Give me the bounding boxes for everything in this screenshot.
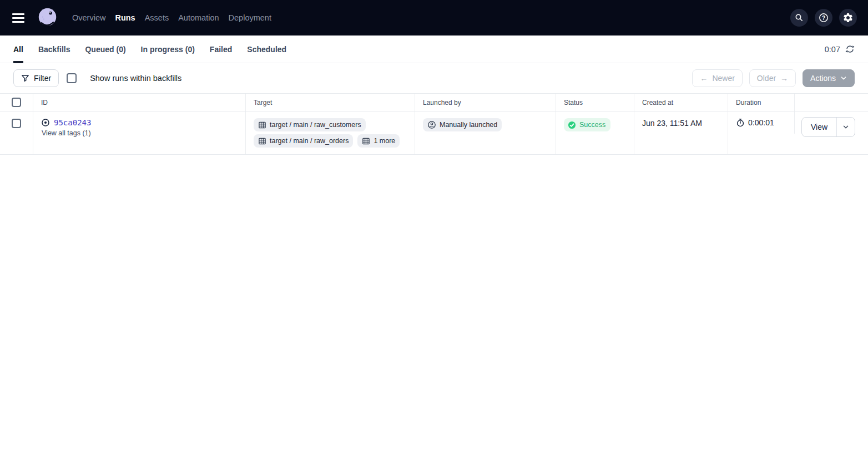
- dagster-logo[interactable]: [36, 6, 60, 30]
- run-id-link[interactable]: 95ca0243: [54, 118, 91, 127]
- header-actions: [795, 94, 868, 111]
- target-cell: target / main / raw_customers target / m…: [246, 111, 415, 154]
- actions-button-label: Actions: [810, 74, 836, 83]
- user-icon: [427, 120, 436, 129]
- row-select-cell: [0, 111, 33, 154]
- help-button[interactable]: ?: [815, 9, 832, 27]
- svg-text:?: ?: [822, 15, 825, 21]
- run-filter-tabs: All Backfills Queued (0) In progress (0)…: [13, 35, 286, 63]
- launched-by-tag[interactable]: Manually launched: [423, 118, 502, 131]
- dagster-octopus-icon: [36, 6, 59, 29]
- table-grid-icon: [362, 137, 370, 145]
- row-checkbox[interactable]: [12, 119, 21, 128]
- older-button[interactable]: Older →: [749, 69, 796, 87]
- more-targets-label: 1 more: [374, 136, 395, 146]
- nav-links: Overview Runs Assets Automation Deployme…: [72, 13, 271, 22]
- tab-all[interactable]: All: [13, 35, 23, 63]
- header-id: ID: [33, 94, 246, 111]
- select-all-checkbox[interactable]: [12, 98, 21, 107]
- view-dropdown-button[interactable]: [836, 118, 855, 136]
- run-status-dot-icon: [41, 118, 50, 127]
- actions-button[interactable]: Actions: [803, 69, 855, 87]
- stopwatch-icon: [736, 118, 745, 127]
- header-duration: Duration: [728, 94, 795, 111]
- target-tag-label: target / main / raw_customers: [270, 120, 361, 130]
- status-label: Success: [579, 120, 605, 130]
- refresh-icon[interactable]: [845, 44, 855, 54]
- runs-tabs-bar: All Backfills Queued (0) In progress (0)…: [0, 35, 868, 63]
- view-split-button: View: [801, 117, 855, 137]
- runs-table: ID Target Launched by Status Created at …: [0, 93, 868, 155]
- runs-toolbar: Filter Show runs within backfills ← Newe…: [0, 63, 868, 93]
- more-targets-tag[interactable]: 1 more: [357, 134, 400, 148]
- show-backfills-label[interactable]: Show runs within backfills: [90, 74, 181, 83]
- toolbar-right: ← Newer Older → Actions: [692, 69, 855, 87]
- hamburger-menu-icon[interactable]: [11, 8, 30, 27]
- help-icon: ?: [818, 12, 829, 23]
- nav-item-overview[interactable]: Overview: [72, 13, 105, 22]
- header-status: Status: [556, 94, 634, 111]
- header-created-at: Created at: [634, 94, 728, 111]
- created-at-value: Jun 23, 11:51 AM: [642, 119, 702, 128]
- nav-item-runs[interactable]: Runs: [115, 13, 135, 22]
- view-all-tags-link[interactable]: View all tags (1): [42, 129, 238, 137]
- duration-cell: 0:00:01: [728, 111, 795, 134]
- tab-in-progress[interactable]: In progress (0): [141, 35, 195, 63]
- table-grid-icon: [258, 137, 266, 145]
- header-launched-by: Launched by: [415, 94, 556, 111]
- nav-item-deployment[interactable]: Deployment: [229, 13, 271, 22]
- status-cell: Success: [556, 111, 634, 154]
- top-nav: Overview Runs Assets Automation Deployme…: [0, 0, 868, 35]
- run-id-cell: 95ca0243 View all tags (1): [33, 111, 246, 154]
- older-button-label: Older: [757, 74, 776, 83]
- search-icon: [794, 13, 804, 23]
- toolbar-left: Filter Show runs within backfills: [13, 69, 181, 87]
- duration-value: 0:00:01: [748, 118, 774, 127]
- launched-by-label: Manually launched: [440, 120, 497, 130]
- filter-button[interactable]: Filter: [13, 69, 59, 87]
- target-tag[interactable]: target / main / raw_orders: [254, 134, 353, 148]
- table-grid-icon: [258, 121, 266, 129]
- refresh-countdown: 0:07: [825, 45, 840, 54]
- created-at-cell: Jun 23, 11:51 AM: [634, 111, 728, 154]
- select-all-cell: [0, 94, 33, 111]
- gear-icon: [842, 12, 854, 23]
- table-header-row: ID Target Launched by Status Created at …: [0, 94, 868, 111]
- arrow-right-icon: →: [780, 74, 788, 83]
- target-tag-label: target / main / raw_orders: [270, 136, 349, 146]
- refresh-area: 0:07: [825, 35, 855, 63]
- settings-button[interactable]: [839, 9, 857, 27]
- top-nav-actions: ?: [790, 9, 857, 27]
- newer-button[interactable]: ← Newer: [692, 69, 742, 87]
- launched-by-cell: Manually launched: [415, 111, 556, 154]
- search-button[interactable]: [790, 9, 808, 27]
- view-button[interactable]: View: [802, 118, 836, 136]
- newer-button-label: Newer: [712, 74, 734, 83]
- row-actions-cell: View: [795, 111, 868, 154]
- nav-item-assets[interactable]: Assets: [145, 13, 169, 22]
- nav-item-automation[interactable]: Automation: [178, 13, 219, 22]
- tab-queued[interactable]: Queued (0): [85, 35, 125, 63]
- check-circle-icon: [568, 121, 576, 129]
- tab-backfills[interactable]: Backfills: [38, 35, 70, 63]
- table-row: 95ca0243 View all tags (1) target / main…: [0, 111, 868, 155]
- status-badge[interactable]: Success: [564, 118, 610, 131]
- show-backfills-checkbox[interactable]: [67, 73, 77, 83]
- filter-funnel-icon: [21, 74, 29, 83]
- chevron-down-icon: [840, 75, 847, 82]
- target-tag[interactable]: target / main / raw_customers: [254, 118, 366, 131]
- tab-failed[interactable]: Failed: [210, 35, 232, 63]
- filter-button-label: Filter: [34, 74, 51, 83]
- chevron-down-icon: [842, 124, 849, 130]
- header-target: Target: [246, 94, 415, 111]
- arrow-left-icon: ←: [700, 74, 708, 83]
- tab-scheduled[interactable]: Scheduled: [247, 35, 286, 63]
